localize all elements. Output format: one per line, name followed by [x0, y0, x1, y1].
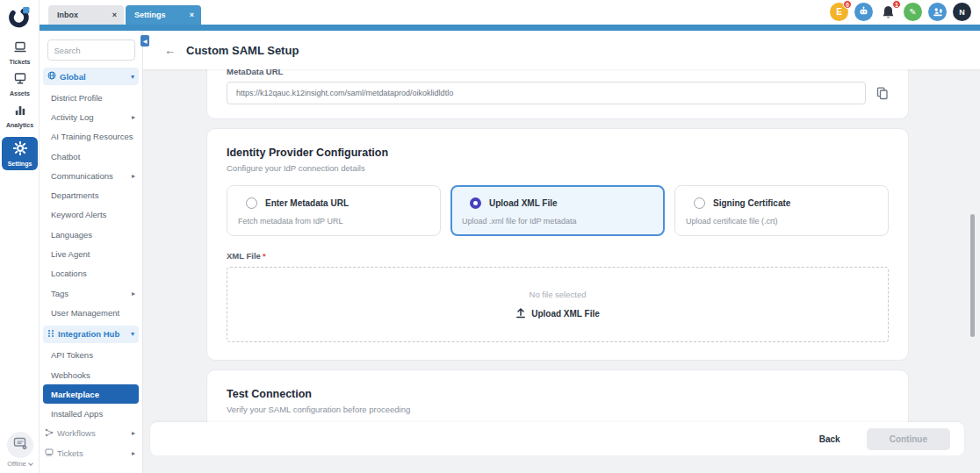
- upload-xml-button[interactable]: Upload XML File: [515, 307, 600, 320]
- app-window: Tickets Assets Analytics Set: [0, 0, 980, 473]
- option-label: Signing Certificate: [713, 198, 790, 208]
- sidebar-item-api-tokens[interactable]: API Tokens: [40, 346, 142, 365]
- tab-strip: Inbox × Settings ×: [48, 5, 201, 25]
- sidebar-item-label: District Profile: [51, 93, 103, 103]
- radio-icon[interactable]: [694, 197, 705, 209]
- points-icon[interactable]: E 0: [830, 3, 848, 21]
- offline-status[interactable]: Offline: [0, 432, 40, 468]
- sidebar-item-tags[interactable]: Tags▸: [40, 283, 142, 303]
- sidebar-collapse-button[interactable]: ◀: [141, 35, 149, 47]
- vertical-scrollbar[interactable]: [970, 214, 975, 337]
- sidebar-item-district-profile[interactable]: District Profile: [40, 88, 142, 107]
- tab-inbox[interactable]: Inbox ×: [48, 5, 124, 25]
- gear-icon: [13, 141, 27, 159]
- tab-settings[interactable]: Settings ×: [126, 5, 201, 25]
- radio-icon[interactable]: [246, 197, 257, 209]
- option-desc: Upload certificate file (.crt): [686, 217, 877, 226]
- option-enter-metadata-url[interactable]: Enter Metadata URL Fetch metadata from I…: [227, 185, 441, 236]
- close-icon[interactable]: ×: [112, 11, 117, 19]
- idp-configuration-card: Identity Provider Configuration Configur…: [206, 128, 909, 361]
- avatar-initial: N: [959, 8, 965, 17]
- sidebar-item-webhooks[interactable]: Webhooks: [40, 365, 142, 384]
- sidebar-section-global[interactable]: Global ▾: [43, 68, 139, 85]
- notifications-badge: 1: [892, 0, 901, 9]
- sidebar-item-workflows[interactable]: Workflows ▸: [40, 424, 142, 443]
- page-header: ← Custom SAML Setup: [143, 31, 980, 69]
- rail-item-label: Tickets: [10, 59, 31, 65]
- user-avatar[interactable]: N: [953, 3, 971, 21]
- sidebar-item-installed-apps[interactable]: Installed Apps: [40, 404, 142, 423]
- xml-file-label: XML File: [227, 251, 261, 261]
- sidebar-section-integration-hub[interactable]: Integration Hub ▾: [43, 326, 139, 343]
- sidebar-item-label: Communications: [51, 171, 113, 181]
- section-subtitle: Verify your SAML configuration before pr…: [227, 405, 889, 414]
- chevron-right-icon: ▸: [132, 172, 135, 180]
- continue-button[interactable]: Continue: [867, 428, 950, 450]
- sidebar-item-keyword-alerts[interactable]: Keyword Alerts: [40, 205, 142, 225]
- search-input[interactable]: [47, 39, 135, 61]
- sidebar-item-label: Departments: [51, 190, 98, 200]
- option-upload-xml-file[interactable]: Upload XML File Upload .xml file for IdP…: [450, 185, 665, 236]
- chevron-right-icon: ▸: [132, 449, 135, 457]
- sidebar-item-label: Languages: [51, 230, 92, 240]
- option-signing-certificate[interactable]: Signing Certificate Upload certificate f…: [674, 185, 889, 236]
- globe-icon: [47, 71, 56, 82]
- sidebar-section-label: Integration Hub: [58, 329, 119, 339]
- copy-icon[interactable]: [876, 87, 889, 100]
- sidebar-item-live-agent[interactable]: Live Agent: [40, 244, 142, 263]
- back-arrow-icon[interactable]: ←: [164, 44, 176, 57]
- page-title: Custom SAML Setup: [186, 44, 299, 57]
- collapse-left-icon: ◀: [143, 38, 148, 44]
- grid-icon: [47, 329, 54, 340]
- rail-item-settings[interactable]: Settings: [2, 137, 38, 170]
- rail-item-label: Assets: [10, 90, 30, 97]
- sidebar-item-marketplace[interactable]: Marketplace: [43, 384, 139, 404]
- back-button[interactable]: Back: [819, 434, 840, 444]
- settings-sidebar: Global ▾ District Profile Activity Log▸ …: [40, 31, 143, 473]
- bar-chart-icon: [13, 104, 27, 120]
- sidebar-item-label: User Management: [51, 308, 119, 318]
- kiosk-icon[interactable]: [928, 3, 947, 21]
- option-desc: Upload .xml file for IdP metadata: [462, 217, 653, 226]
- bot-icon[interactable]: [854, 3, 873, 21]
- sidebar-item-activity-log[interactable]: Activity Log▸: [40, 107, 142, 126]
- points-badge: 0: [843, 0, 852, 9]
- sidebar-item-user-management[interactable]: User Management: [40, 303, 142, 322]
- notifications-bell-icon[interactable]: 1: [879, 3, 897, 21]
- close-icon[interactable]: ×: [190, 11, 194, 19]
- pencil-glyph: ✎: [909, 7, 916, 17]
- main-content: ← Custom SAML Setup MetaData URL Identit…: [143, 31, 980, 473]
- upload-icon: [515, 307, 526, 320]
- chevron-right-icon: ▸: [132, 113, 135, 121]
- sidebar-item-label: Live Agent: [51, 249, 90, 259]
- sidebar-item-label: Tags: [51, 289, 68, 298]
- edit-icon[interactable]: ✎: [904, 3, 922, 21]
- sidebar-item-communications[interactable]: Communications▸: [40, 166, 142, 185]
- sidebar-item-departments[interactable]: Departments: [40, 185, 142, 204]
- sidebar-item-languages[interactable]: Languages: [40, 225, 142, 244]
- monitor-icon: [13, 72, 27, 89]
- rail-item-tickets[interactable]: Tickets: [0, 40, 40, 65]
- chat-icon: [12, 436, 28, 455]
- idp-option-group: Enter Metadata URL Fetch metadata from I…: [227, 185, 889, 236]
- sidebar-item-label: Tickets: [57, 448, 83, 458]
- sidebar-item-chatbot[interactable]: Chatbot: [40, 147, 142, 166]
- sidebar-item-label: Webhooks: [51, 370, 90, 380]
- metadata-url-input[interactable]: [227, 82, 866, 104]
- rail-item-assets[interactable]: Assets: [0, 72, 40, 97]
- rail-item-analytics[interactable]: Analytics: [0, 104, 40, 128]
- sidebar-item-tickets[interactable]: Tickets ▸: [40, 443, 142, 462]
- option-label: Enter Metadata URL: [265, 198, 349, 208]
- sidebar-item-label: AI Training Resources: [51, 132, 133, 141]
- chevron-right-icon: ▸: [132, 429, 135, 437]
- radio-checked-icon[interactable]: [470, 197, 481, 209]
- tab-label: Inbox: [57, 11, 78, 19]
- tickets-icon: [13, 40, 27, 57]
- sidebar-item-ai-training-resources[interactable]: AI Training Resources: [40, 127, 142, 147]
- icon-rail: Tickets Assets Analytics Set: [0, 0, 40, 473]
- sidebar-section-label: Global: [60, 72, 86, 82]
- xml-dropzone[interactable]: No file selected Upload XML File: [227, 267, 889, 342]
- chevron-down-icon: ▾: [131, 330, 134, 338]
- rail-item-label: Analytics: [6, 122, 33, 128]
- sidebar-item-locations[interactable]: Locations: [40, 264, 142, 283]
